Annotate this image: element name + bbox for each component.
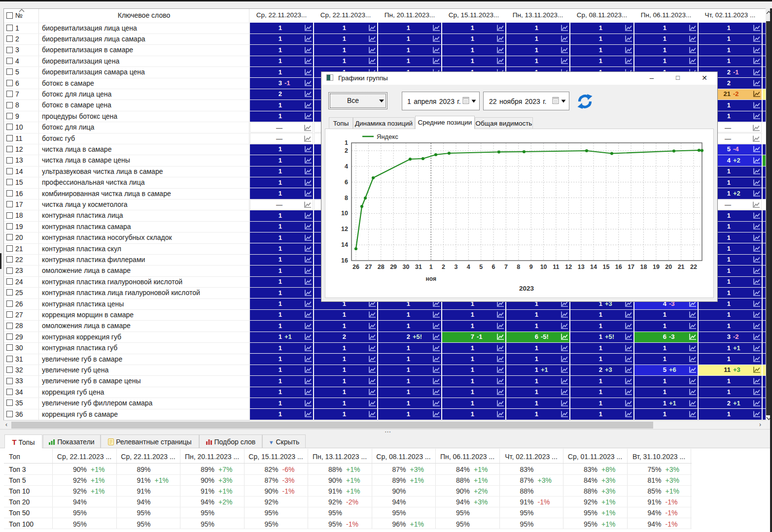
svg-text:10: 10 (540, 264, 547, 270)
svg-text:31: 31 (415, 264, 422, 270)
svg-text:12: 12 (565, 264, 572, 270)
svg-text:16: 16 (615, 264, 622, 270)
svg-text:10: 10 (341, 210, 348, 217)
svg-text:1: 1 (429, 264, 433, 270)
svg-text:14: 14 (341, 241, 348, 248)
svg-text:7: 7 (504, 264, 508, 270)
svg-text:9: 9 (529, 264, 533, 270)
svg-text:ноя: ноя (425, 275, 436, 282)
svg-text:26: 26 (352, 264, 359, 270)
svg-text:17: 17 (628, 264, 634, 270)
svg-text:8: 8 (517, 264, 520, 270)
svg-text:2: 2 (442, 264, 445, 270)
svg-text:6: 6 (492, 264, 495, 270)
svg-text:22: 22 (690, 264, 697, 270)
svg-text:4: 4 (345, 163, 348, 170)
svg-text:27: 27 (365, 264, 372, 270)
svg-text:21: 21 (678, 264, 685, 270)
svg-text:3: 3 (455, 264, 458, 270)
svg-text:2: 2 (345, 147, 348, 154)
svg-text:6: 6 (345, 179, 348, 186)
svg-text:30: 30 (403, 264, 410, 270)
svg-text:18: 18 (640, 264, 647, 270)
svg-text:8: 8 (345, 195, 348, 201)
svg-text:Яндекс: Яндекс (377, 133, 398, 140)
svg-text:16: 16 (341, 257, 348, 264)
svg-text:4: 4 (467, 264, 470, 270)
svg-text:15: 15 (602, 264, 609, 270)
svg-text:29: 29 (390, 264, 397, 270)
svg-text:19: 19 (653, 264, 660, 270)
svg-text:28: 28 (378, 264, 385, 270)
svg-text:20: 20 (665, 264, 672, 270)
svg-text:2023: 2023 (519, 285, 534, 292)
svg-text:5: 5 (479, 264, 483, 270)
svg-text:1: 1 (345, 139, 348, 146)
svg-text:12: 12 (341, 226, 348, 233)
svg-text:13: 13 (578, 264, 585, 270)
svg-text:14: 14 (590, 264, 597, 270)
svg-text:11: 11 (553, 264, 559, 270)
